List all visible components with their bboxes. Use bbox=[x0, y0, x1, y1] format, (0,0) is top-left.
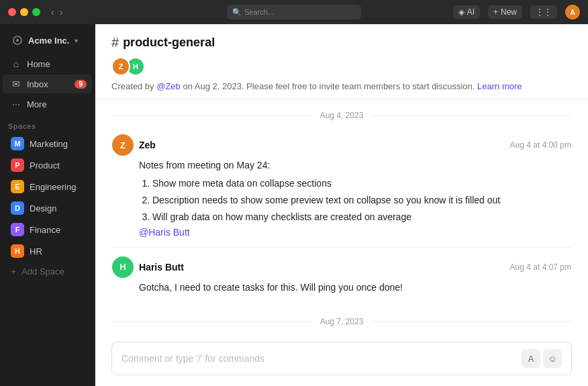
search-placeholder: Search... bbox=[244, 8, 274, 16]
fullscreen-button[interactable] bbox=[32, 8, 40, 16]
zeb-avatar-inner: Z bbox=[112, 134, 134, 156]
sidebar-item-finance-label: Finance bbox=[30, 225, 60, 235]
close-button[interactable] bbox=[8, 8, 16, 16]
traffic-lights bbox=[8, 8, 40, 16]
sidebar-item-product-label: Product bbox=[30, 160, 60, 171]
workspace-chevron-icon: ▾ bbox=[75, 37, 78, 44]
date-line-right bbox=[371, 115, 572, 116]
sidebar-item-design-label: Design bbox=[30, 203, 56, 213]
titlebar: ‹ › 🔍 Search... ◈ AI + New ⋮⋮ A bbox=[0, 0, 588, 24]
message-zeb-body: Notes from meeting on May 24: Show more … bbox=[112, 158, 571, 238]
sidebar-item-finance[interactable]: F Finance bbox=[3, 220, 92, 240]
date-divider-aug7: Aug 7, 2023 bbox=[95, 306, 588, 332]
sidebar-item-more[interactable]: ··· More bbox=[3, 95, 92, 113]
channel-description: Created by @Zeb on Aug 2, 2023. Please f… bbox=[111, 81, 572, 91]
message-zeb-intro: Notes from meeting on May 24: bbox=[139, 158, 571, 173]
date-label-aug4: Aug 4, 2023 bbox=[312, 111, 372, 120]
channel-name: product-general bbox=[123, 36, 215, 50]
description-middle: on Aug 2, 2023. Please feel free to invi… bbox=[181, 81, 475, 91]
comment-area: Comment or type '/' for commands A ☺ bbox=[95, 334, 588, 386]
date-label-aug7: Aug 7, 2023 bbox=[312, 317, 372, 326]
sidebar-item-more-label: More bbox=[27, 99, 47, 109]
description-prefix: Created by bbox=[111, 81, 156, 91]
add-icon: + bbox=[11, 266, 16, 277]
product-avatar: P bbox=[11, 158, 24, 172]
list-item-3: Will grab data on how many checklists ar… bbox=[152, 209, 571, 226]
spaces-section-label: Spaces bbox=[0, 114, 95, 133]
sidebar-item-marketing[interactable]: M Marketing bbox=[3, 134, 92, 154]
app-body: Acme Inc. ▾ ⌂ Home ✉ Inbox 9 ··· More Sp… bbox=[0, 24, 588, 386]
sidebar-item-marketing-label: Marketing bbox=[30, 139, 68, 149]
navigation-arrows: ‹ › bbox=[51, 7, 62, 17]
user-avatar[interactable]: A bbox=[565, 5, 580, 19]
minimize-button[interactable] bbox=[20, 8, 28, 16]
message-zeb-author-section: Z Zeb bbox=[112, 134, 156, 156]
sidebar: Acme Inc. ▾ ⌂ Home ✉ Inbox 9 ··· More Sp… bbox=[0, 24, 95, 386]
workspace-logo bbox=[11, 34, 24, 47]
workspace-name: Acme Inc. bbox=[28, 36, 69, 46]
channel-title: # product-general bbox=[111, 35, 572, 50]
hash-icon: # bbox=[111, 35, 119, 50]
workspace-header[interactable]: Acme Inc. ▾ bbox=[3, 30, 92, 51]
message-zeb: Z Zeb Aug 4 at 4:00 pm Notes from meetin… bbox=[95, 126, 588, 247]
add-space-button[interactable]: + Add Space bbox=[3, 262, 92, 280]
comment-actions: A ☺ bbox=[522, 349, 562, 368]
learn-more-link[interactable]: Learn more bbox=[477, 81, 522, 91]
description-author-link[interactable]: @Zeb bbox=[156, 81, 181, 91]
message-haris-author-section: H Haris Butt bbox=[112, 256, 184, 278]
date-line-right-2 bbox=[371, 321, 572, 322]
messages-area: Aug 4, 2023 Z Zeb Aug 4 at 4:00 pm Notes… bbox=[95, 100, 588, 334]
finance-avatar: F bbox=[11, 223, 24, 236]
message-haris-time: Aug 4 at 4:07 pm bbox=[510, 262, 571, 272]
hr-avatar: H bbox=[11, 244, 24, 258]
message-zeb-time: Aug 4 at 4:00 pm bbox=[510, 140, 571, 150]
message-zeb-list: Show more meta data on collapse sections… bbox=[139, 175, 571, 226]
inbox-badge: 9 bbox=[75, 80, 87, 89]
comment-box[interactable]: Comment or type '/' for commands A ☺ bbox=[111, 342, 572, 375]
message-haris-text: Gotcha, I need to create tasks for this.… bbox=[139, 281, 571, 295]
sidebar-item-inbox-label: Inbox bbox=[27, 79, 48, 89]
grid-icon: ⋮⋮ bbox=[536, 7, 552, 17]
titlebar-right: ◈ AI + New ⋮⋮ A bbox=[453, 5, 580, 19]
ai-button[interactable]: ◈ AI bbox=[453, 5, 480, 19]
home-icon: ⌂ bbox=[11, 58, 21, 69]
search-bar[interactable]: 🔍 Search... bbox=[227, 5, 361, 19]
engineering-avatar: E bbox=[11, 180, 24, 193]
inbox-icon: ✉ bbox=[11, 79, 21, 89]
channel-header: # product-general Z H Created by @Zeb on… bbox=[95, 24, 588, 100]
sidebar-item-hr[interactable]: H HR bbox=[3, 241, 92, 261]
ai-icon: ◈ bbox=[458, 7, 464, 17]
message-zeb-header: Z Zeb Aug 4 at 4:00 pm bbox=[112, 134, 571, 156]
plus-icon: + bbox=[493, 7, 498, 17]
list-item-1: Show more meta data on collapse sections bbox=[152, 175, 571, 192]
forward-arrow-icon[interactable]: › bbox=[60, 7, 63, 17]
add-space-label: Add Space bbox=[21, 267, 64, 277]
sidebar-item-inbox[interactable]: ✉ Inbox 9 bbox=[3, 75, 92, 93]
grid-button[interactable]: ⋮⋮ bbox=[530, 5, 557, 19]
main-content: # product-general Z H Created by @Zeb on… bbox=[95, 24, 588, 386]
date-divider-aug4: Aug 4, 2023 bbox=[95, 100, 588, 126]
comment-action-2[interactable]: ☺ bbox=[543, 349, 562, 368]
new-button[interactable]: + New bbox=[488, 5, 522, 19]
sidebar-item-engineering[interactable]: E Engineering bbox=[3, 177, 92, 197]
back-arrow-icon[interactable]: ‹ bbox=[51, 7, 54, 17]
sidebar-item-home[interactable]: ⌂ Home bbox=[3, 54, 92, 73]
message-haris-avatar: H bbox=[112, 256, 134, 278]
sidebar-item-engineering-label: Engineering bbox=[30, 182, 76, 192]
message-haris-author-name: Haris Butt bbox=[139, 262, 184, 273]
sidebar-item-product[interactable]: P Product bbox=[3, 155, 92, 175]
message-zeb-avatar: Z bbox=[112, 134, 134, 156]
comment-placeholder: Comment or type '/' for commands bbox=[121, 353, 264, 364]
list-item-2: Description needs to show some preview t… bbox=[152, 192, 571, 209]
more-icon: ··· bbox=[11, 99, 21, 109]
comment-action-1[interactable]: A bbox=[522, 349, 540, 368]
date-line-left bbox=[111, 115, 312, 116]
sidebar-item-design[interactable]: D Design bbox=[3, 198, 92, 218]
mention-haris[interactable]: @Haris Butt bbox=[139, 227, 190, 238]
sidebar-item-home-label: Home bbox=[27, 59, 50, 69]
message-haris-body: Gotcha, I need to create tasks for this.… bbox=[112, 281, 571, 295]
design-avatar: D bbox=[11, 201, 24, 215]
marketing-avatar: M bbox=[11, 137, 24, 150]
channel-members: Z H bbox=[111, 57, 572, 76]
message-zeb-author-name: Zeb bbox=[139, 140, 156, 150]
